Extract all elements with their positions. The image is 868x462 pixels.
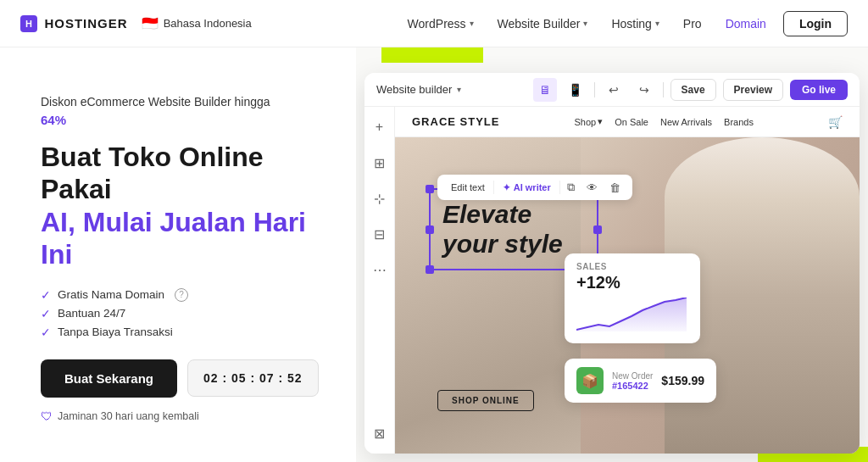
cta-area: Buat Sekarang 02 : 05 : 07 : 52 — [41, 359, 329, 398]
components-icon[interactable]: ⊟ — [368, 222, 392, 246]
site-header: GRACE STYLE Shop ▾ On Sale New Arrivals … — [395, 107, 860, 137]
hero-editable-text: Elevate your style — [442, 200, 585, 259]
sales-card: SALES +12% — [565, 253, 700, 343]
chevron-down-icon: ▾ — [583, 19, 587, 28]
site-canvas: GRACE STYLE Shop ▾ On Sale New Arrivals … — [395, 107, 860, 454]
login-button[interactable]: Login — [783, 11, 848, 36]
order-label: New Order — [612, 371, 653, 381]
builder-window: Website builder ▾ 🖥 📱 ↩ ↪ Save Preview G… — [364, 73, 860, 454]
chevron-down-icon: ▾ — [598, 116, 603, 127]
nav-item-domain[interactable]: Domain — [715, 12, 776, 36]
separator — [559, 181, 560, 194]
layers-icon[interactable]: ⊞ — [368, 151, 392, 175]
order-info: New Order #165422 — [612, 371, 653, 391]
copy-icon[interactable]: ⧉ — [562, 178, 580, 197]
sales-percent: +12% — [576, 273, 688, 292]
apps-icon[interactable]: ⊠ — [368, 421, 392, 445]
ai-writer-button[interactable]: ✦ AI writer — [496, 180, 558, 196]
nav-links: WordPress ▾ Website Builder ▾ Hosting ▾ … — [398, 12, 776, 36]
separator — [594, 82, 595, 97]
language-selector[interactable]: 🇮🇩 Bahasa Indonesia — [142, 15, 252, 31]
nav-item-pro[interactable]: Pro — [673, 12, 712, 36]
cursor-icon[interactable]: ⊹ — [368, 186, 392, 210]
edit-text-button[interactable]: Edit text — [444, 180, 492, 195]
feature-item-transaction: ✓ Tanpa Biaya Transaksi — [41, 326, 329, 339]
guarantee-line: 🛡 Jaminan 30 hari uang kembali — [41, 409, 329, 423]
cta-button[interactable]: Buat Sekarang — [41, 359, 177, 398]
sparkle-icon: ✦ — [503, 182, 510, 193]
builder-body: + ⊞ ⊹ ⊟ ⋯ ⊠ GRACE STYLE Shop — [364, 107, 860, 454]
order-price: $159.99 — [661, 374, 704, 387]
chevron-down-icon: ▾ — [655, 19, 659, 28]
nav-item-website-builder[interactable]: Website Builder ▾ — [487, 12, 598, 36]
hero-right: Website builder ▾ 🖥 📱 ↩ ↪ Save Preview G… — [356, 47, 868, 462]
green-accent-top — [381, 47, 483, 63]
site-nav-shop: Shop ▾ — [575, 116, 604, 127]
separator — [493, 181, 494, 194]
shop-online-button[interactable]: SHOP ONLINE — [437, 390, 534, 411]
hero-left: Diskon eCommerce Website Builder hingga … — [0, 47, 356, 462]
info-icon[interactable]: ? — [175, 288, 188, 302]
order-box-icon: 📦 — [576, 367, 604, 394]
discount-percent: 64% — [41, 113, 66, 127]
feature-item-domain: ✓ Gratis Nama Domain ? — [41, 288, 329, 302]
builder-topbar-left: Website builder ▾ — [376, 83, 461, 96]
edit-toolbar: Edit text ✦ AI writer ⧉ 👁 🗑 — [437, 175, 632, 200]
order-number: #165422 — [612, 381, 653, 391]
undo-icon[interactable]: ↩ — [602, 78, 626, 102]
go-live-button[interactable]: Go live — [790, 80, 848, 100]
resize-handle-mr[interactable] — [593, 225, 602, 234]
navbar: H HOSTINGER 🇮🇩 Bahasa Indonesia WordPres… — [0, 0, 868, 47]
site-nav-arrivals: New Arrivals — [660, 117, 712, 127]
add-element-icon[interactable]: + — [368, 115, 392, 139]
nav-item-hosting[interactable]: Hosting ▾ — [601, 12, 669, 36]
resize-handle-ml[interactable] — [426, 225, 434, 234]
save-button[interactable]: Save — [670, 79, 716, 101]
resize-handle-bl[interactable] — [426, 265, 434, 274]
check-icon: ✓ — [41, 326, 51, 339]
sales-chart — [576, 298, 687, 331]
mobile-view-icon[interactable]: 📱 — [564, 78, 587, 102]
discount-line: Diskon eCommerce Website Builder hingga … — [41, 93, 329, 131]
feature-list: ✓ Gratis Nama Domain ? ✓ Bantuan 24/7 ✓ … — [41, 288, 329, 339]
hero-title: Buat Toko Online Pakai AI, Mulai Jualan … — [41, 141, 329, 271]
builder-topbar-right: 🖥 📱 ↩ ↪ Save Preview Go live — [533, 78, 848, 102]
chevron-down-icon: ▾ — [470, 19, 474, 28]
logo-box: H — [20, 15, 37, 32]
flag-icon: 🇮🇩 — [142, 15, 159, 31]
countdown-timer: 02 : 05 : 07 : 52 — [187, 359, 319, 397]
chevron-down-icon: ▾ — [457, 85, 461, 94]
sales-label: SALES — [576, 262, 688, 271]
more-icon[interactable]: ⋯ — [368, 258, 392, 281]
redo-icon[interactable]: ↪ — [632, 78, 656, 102]
order-card: 📦 New Order #165422 $159.99 — [565, 359, 716, 403]
site-nav-sale: On Sale — [615, 117, 648, 127]
logo[interactable]: H HOSTINGER — [20, 15, 128, 32]
site-hero-area: Edit text ✦ AI writer ⧉ 👁 🗑 — [395, 137, 860, 454]
hero-section: Diskon eCommerce Website Builder hingga … — [0, 47, 868, 462]
site-logo: GRACE STYLE — [412, 115, 499, 128]
check-icon: ✓ — [41, 307, 51, 320]
logo-text: HOSTINGER — [44, 16, 127, 31]
eye-icon[interactable]: 👁 — [581, 179, 603, 197]
cart-icon[interactable]: 🛒 — [828, 115, 843, 129]
builder-sidebar: + ⊞ ⊹ ⊟ ⋯ ⊠ — [364, 107, 395, 454]
language-label: Bahasa Indonesia — [164, 17, 252, 30]
builder-topbar: Website builder ▾ 🖥 📱 ↩ ↪ Save Preview G… — [364, 73, 860, 107]
feature-item-support: ✓ Bantuan 24/7 — [41, 307, 329, 320]
preview-button[interactable]: Preview — [723, 79, 783, 101]
separator — [663, 82, 664, 97]
site-nav-brands: Brands — [724, 117, 754, 127]
shield-icon: 🛡 — [41, 409, 53, 423]
nav-item-wordpress[interactable]: WordPress ▾ — [398, 12, 484, 36]
builder-title: Website builder — [376, 83, 452, 96]
trash-icon[interactable]: 🗑 — [604, 179, 626, 197]
site-nav: Shop ▾ On Sale New Arrivals Brands — [575, 116, 754, 127]
desktop-view-icon[interactable]: 🖥 — [533, 78, 557, 102]
check-icon: ✓ — [41, 288, 51, 302]
hero-title-highlight: AI, Mulai Jualan Hari Ini — [41, 207, 306, 270]
